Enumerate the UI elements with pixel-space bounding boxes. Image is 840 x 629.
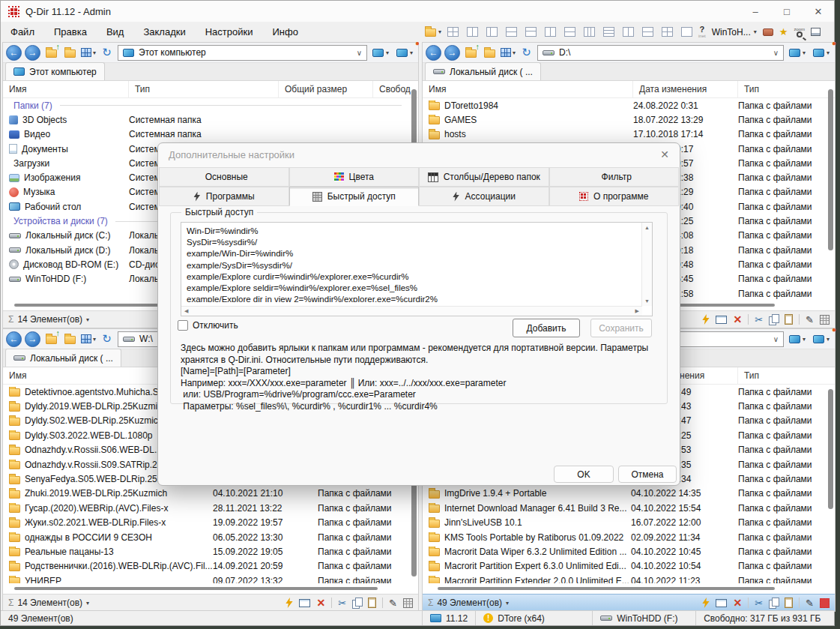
column-date[interactable]: Дата изменения — [633, 81, 738, 97]
column-name[interactable]: Имя ˆ — [3, 81, 129, 97]
drive-jump-dropdown[interactable]: WinToH... ▾ — [712, 27, 757, 37]
table-row[interactable]: Macrorit Partition Expert 6.3.0 Unlimite… — [423, 559, 827, 574]
menu-bookmarks[interactable]: Закладки — [133, 22, 195, 42]
quick-access-icon[interactable] — [701, 598, 710, 608]
table-row[interactable]: Macrorit Data Wiper 6.3.2 Unlimited Edit… — [423, 544, 827, 559]
menu-file[interactable]: Файл — [1, 22, 44, 42]
edit-icon[interactable]: ✎ — [806, 314, 814, 325]
item-count[interactable]: 14 Элемент(ов) — [17, 598, 82, 608]
back-button[interactable]: ← — [6, 331, 22, 347]
horizontal-scrollbar[interactable] — [14, 587, 378, 590]
address-bar[interactable]: Этот компьютер ∨ — [118, 45, 367, 61]
qdir-select-icon[interactable] — [820, 598, 830, 608]
table-row[interactable]: hosts 17.10.2018 17:14 Папка с файлами — [423, 127, 827, 142]
layout-vertical-split-icon[interactable] — [623, 27, 634, 37]
table-row[interactable]: Гусар.(2020).WEBRip.(AVC).Files-x 28.11.… — [3, 501, 411, 515]
quick-access-icon[interactable] — [701, 314, 710, 325]
maximize-button[interactable]: □ — [771, 1, 803, 22]
cut-icon[interactable]: ✂ — [755, 598, 763, 609]
item-count[interactable]: 14 Элемент(ов) — [17, 314, 82, 325]
table-row[interactable]: ImgDrive 1.9.4 + Portable 04.10.2022 14:… — [423, 487, 827, 501]
layout-single-icon[interactable] — [681, 27, 692, 37]
forward-button[interactable]: → — [25, 45, 40, 61]
rename-icon[interactable] — [716, 599, 727, 607]
table-row[interactable]: Macrorit Partition Extender 2.0.0 Unlimi… — [423, 574, 827, 583]
delete-icon[interactable]: ✕ — [316, 597, 325, 609]
column-type[interactable]: Тип — [738, 367, 835, 384]
forward-button[interactable]: → — [25, 331, 40, 347]
table-row[interactable]: УНИВЕР 09.07.2022 13:32 Папка с файлами — [3, 574, 411, 583]
view-mode-dropdown[interactable]: ▾ — [81, 48, 96, 57]
layout-top-split-icon[interactable] — [525, 27, 537, 37]
back-button[interactable]: ← — [6, 45, 22, 61]
edit-icon[interactable]: ✎ — [389, 598, 397, 609]
table-row[interactable]: Zhuki.2019.WEB-DLRip.25Kuzmich 04.10.202… — [3, 487, 411, 501]
restore-window-icon[interactable] — [811, 28, 821, 36]
tab-associations[interactable]: Ассоциации — [419, 187, 549, 206]
tab-quick-access[interactable]: Быстрый доступ — [289, 187, 420, 206]
table-row[interactable]: Жуки.s02.2021.WEB-DLRip.Files-x 19.09.20… — [3, 516, 411, 530]
pane-select-button-2[interactable]: ▾ — [811, 335, 832, 343]
pane-select-button[interactable]: ▾ — [787, 335, 808, 343]
column-type[interactable]: Тип — [129, 81, 279, 97]
table-row[interactable]: KMS Tools Portable by Ratiborus 01.09.20… — [423, 530, 827, 544]
minimize-button[interactable]: – — [740, 1, 771, 22]
table-row[interactable]: Jinn'sLiveUSB 10.1 16.07.2022 12:00 Папк… — [423, 516, 827, 530]
column-name[interactable]: Имя ˆ — [423, 81, 633, 97]
scroll-right-icon[interactable]: ▶ — [635, 308, 639, 314]
select-view-icon[interactable] — [820, 315, 830, 325]
horizontal-scrollbar[interactable] — [438, 587, 775, 590]
pane-select-button[interactable]: ▾ — [370, 49, 391, 57]
view-mode-dropdown[interactable]: ▾ — [501, 48, 516, 57]
up-button[interactable]: ↑ — [43, 331, 59, 347]
vertical-scrollbar[interactable] — [828, 389, 833, 509]
vertical-scrollbar[interactable] — [828, 89, 833, 250]
new-folder-button[interactable]: ● — [62, 45, 78, 61]
tab-this-pc[interactable]: Этот компьютер — [5, 62, 105, 80]
tab-general[interactable]: Основные — [159, 167, 289, 187]
tab-colors[interactable]: Цвета — [289, 167, 420, 187]
table-row[interactable]: Реальные пацаны-13 15.09.2022 19:05 Папк… — [3, 544, 411, 559]
copy-icon[interactable] — [769, 314, 779, 325]
refresh-button[interactable]: ↻ — [99, 45, 115, 61]
table-row[interactable]: 3D Objects Системная папка — [3, 112, 411, 127]
tab-programs[interactable]: Программы — [159, 187, 289, 206]
scroll-up-icon[interactable]: ▲ — [644, 225, 650, 230]
edit-icon[interactable]: ✎ — [806, 598, 814, 609]
view-mode-dropdown[interactable]: ▾ — [81, 334, 96, 343]
menu-settings[interactable]: Настройки — [196, 22, 263, 42]
up-button[interactable]: ↑ — [463, 45, 479, 61]
address-bar[interactable]: D:\ ∨ — [537, 45, 784, 61]
menu-edit[interactable]: Правка — [44, 22, 97, 42]
close-button[interactable]: ✕ — [803, 1, 834, 22]
layout-grid-icon[interactable] — [662, 27, 673, 37]
pane-select-button[interactable]: ▾ — [787, 49, 808, 57]
textarea-vertical-scrollbar[interactable]: ▲ ▼ — [641, 223, 652, 306]
forward-button[interactable]: → — [444, 45, 460, 61]
quick-access-textarea[interactable]: Win-Dir=%windir% SysDir=%sysdir%/ exampl… — [181, 222, 653, 316]
menu-info[interactable]: Инфо — [262, 22, 307, 42]
new-folder-button[interactable]: ● — [482, 45, 498, 61]
column-type[interactable]: Тип — [738, 81, 835, 97]
scroll-left-icon[interactable]: ◀ — [184, 308, 188, 314]
tab-about[interactable]: О программе — [549, 187, 680, 206]
magnifier-icon[interactable]: zoom — [794, 27, 805, 37]
refresh-button[interactable]: ↻ — [99, 331, 115, 347]
layout-two-horizontal-icon[interactable] — [506, 27, 517, 37]
layout-two-vertical-icon[interactable] — [467, 27, 478, 37]
add-button[interactable]: Добавить — [513, 319, 580, 337]
cut-icon[interactable]: ✂ — [338, 598, 346, 609]
scroll-down-icon[interactable]: ▼ — [644, 298, 650, 304]
disable-checkbox[interactable] — [178, 320, 188, 331]
column-size[interactable]: Общий размер — [279, 81, 373, 97]
delete-icon[interactable]: ✕ — [733, 313, 742, 325]
new-folder-button[interactable]: ● — [62, 331, 78, 347]
layout-two-rows-icon[interactable] — [564, 27, 575, 37]
internet-help-icon[interactable]: ?inet — [698, 25, 706, 38]
printer-icon[interactable] — [763, 28, 773, 36]
layout-three-rows-icon[interactable] — [603, 27, 614, 37]
dialog-close-icon[interactable]: ✕ — [660, 148, 669, 160]
layout-quad-icon[interactable] — [447, 27, 459, 37]
layout-horizontal-split-icon[interactable] — [642, 27, 653, 37]
rename-icon[interactable] — [299, 599, 310, 607]
